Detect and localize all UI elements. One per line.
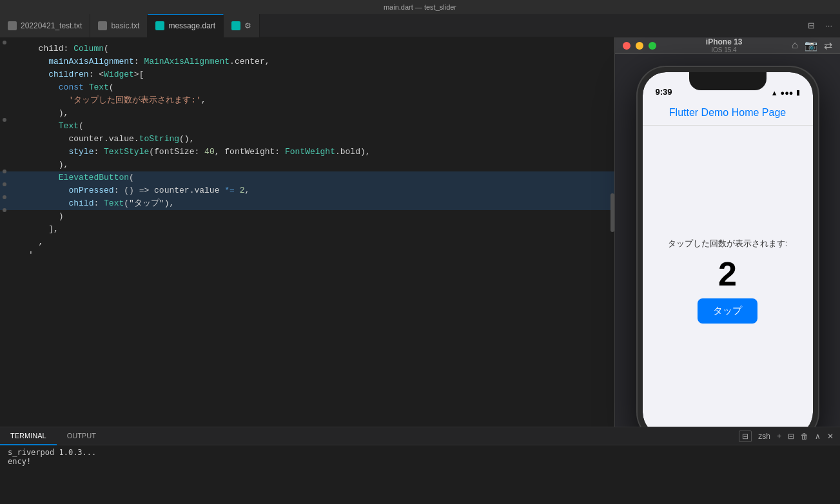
code-line: Text( [0,120,614,133]
minimize-traffic-light[interactable] [636,42,643,50]
dart-icon [231,21,240,30]
counter-value: 2 [718,257,737,291]
tab-bar: 20220421_test.txt basic.txt message.dart… [0,14,840,37]
code-text: ElevatedButton( [26,171,614,184]
code-text: 'タップした回数が表示されます:', [26,94,614,107]
tab-actions: ⊟ ··· [800,19,840,32]
tab-label: message.dart [168,21,215,30]
code-line-elevated: ElevatedButton( [0,171,614,184]
code-line: ), [0,107,614,120]
add-terminal-btn[interactable]: + [777,432,781,441]
tab-20220421[interactable]: 20220421_test.txt [0,14,90,37]
code-line: , [0,236,614,249]
code-text: ), [26,107,614,120]
code-text: Text( [26,120,614,133]
code-line: ), [0,159,614,171]
title-bar: main.dart — test_slider [0,0,840,14]
tab-label: ⚙ [244,21,251,30]
bottom-tabs: TERMINAL OUTPUT ⊟ zsh + ⊟ 🗑 ∧ ✕ [0,427,840,445]
code-text: style: TextStyle(fontSize: 40, fontWeigh… [26,146,614,159]
code-line: counter.value.toString(), [0,133,614,146]
terminal-content[interactable]: s_riverpod 1.0.3... ency! [0,445,840,504]
code-line: child: Column( [0,43,614,55]
code-text: counter.value.toString(), [26,133,614,146]
title-bar-text: main.dart — test_slider [384,3,456,11]
status-icons: ▲ ●●● ▮ [771,88,800,97]
split-terminal-btn[interactable]: ⊟ [788,432,794,441]
camera-icon[interactable]: 📷 [805,39,817,52]
terminal-shell-icon: ⊟ [739,431,752,442]
device-name: iPhone 13 [661,37,786,46]
code-line: ' [0,249,614,262]
counter-label: タップした回数が表示されます: [668,238,788,249]
code-line: 'タップした回数が表示されます:', [0,94,614,107]
simulator-body: 9:39 ▲ ●●● ▮ Flutter Demo Home Page タップし… [615,54,840,427]
app-content: タップした回数が表示されます: 2 タップ [643,126,813,427]
code-text: ), [26,159,614,171]
iphone-screen: 9:39 ▲ ●●● ▮ Flutter Demo Home Page タップし… [643,72,813,427]
terminal-line: ency! [8,457,832,466]
output-tab[interactable]: OUTPUT [57,427,106,445]
maximize-traffic-light[interactable] [649,42,656,50]
status-time: 9:39 [656,87,672,97]
code-text: children: <Widget>[ [26,68,614,81]
code-text: , [26,236,614,249]
txt-icon [8,21,17,30]
rotate-icon[interactable]: ⇄ [824,39,832,52]
code-line: ], [0,223,614,236]
tab-basic[interactable]: basic.txt [90,14,148,37]
terminal-tab[interactable]: TERMINAL [0,427,57,445]
shell-label: zsh [758,432,770,441]
main-area: child: Column( mainAxisAlignment: MainAx… [0,37,840,427]
up-terminal-btn[interactable]: ∧ [815,432,821,441]
code-text: ], [26,223,614,236]
device-info: iPhone 13 iOS 15.4 [661,37,786,53]
code-line: style: TextStyle(fontSize: 40, fontWeigh… [0,146,614,159]
tab-message[interactable]: message.dart [148,14,224,37]
code-text: onPressed: () => counter.value *= 2, [26,184,614,197]
code-text: mainAxisAlignment: MainAxisAlignment.cen… [26,55,614,68]
home-icon[interactable]: ⌂ [792,39,798,52]
code-line: ) [0,210,614,223]
wifi-icon: ▲ [771,89,778,97]
delete-terminal-btn[interactable]: 🗑 [801,432,808,441]
code-line-onpressed: onPressed: () => counter.value *= 2, [0,184,614,197]
app-header: Flutter Demo Home Page [643,101,813,126]
code-line: mainAxisAlignment: MainAxisAlignment.cen… [0,55,614,68]
terminal-line: s_riverpod 1.0.3... [8,448,832,457]
battery-icon: ▮ [796,88,800,97]
simulator-toolbar: iPhone 13 iOS 15.4 ⌂ 📷 ⇄ [615,37,840,54]
more-actions-btn[interactable]: ··· [823,19,835,32]
simulator-panel: iPhone 13 iOS 15.4 ⌂ 📷 ⇄ 9:39 ▲ ●●● [614,37,840,427]
tap-button[interactable]: タップ [698,298,757,324]
code-line: children: <Widget>[ [0,68,614,81]
code-text: child: Column( [26,43,614,55]
editor-area: child: Column( mainAxisAlignment: MainAx… [0,37,614,427]
close-traffic-light[interactable] [623,42,630,50]
code-line: const Text( [0,81,614,94]
device-os: iOS 15.4 [661,46,786,53]
tab-label: 20220421_test.txt [21,21,82,30]
code-text: ) [26,210,614,223]
signal-icon: ●●● [781,89,794,97]
code-text: child: Text("タップ"), [26,197,614,210]
code-line-child: child: Text("タップ"), [0,197,614,210]
code-text: ' [26,249,614,262]
tab-more[interactable]: ⚙ [224,14,260,37]
sim-toolbar-icons: ⌂ 📷 ⇄ [792,39,832,52]
bottom-panel: TERMINAL OUTPUT ⊟ zsh + ⊟ 🗑 ∧ ✕ s_riverp… [0,427,840,504]
iphone-notch [689,72,767,90]
scrollbar[interactable] [610,193,614,232]
app-title: Flutter Demo Home Page [649,107,806,119]
close-terminal-btn[interactable]: ✕ [827,432,834,441]
tab-label: basic.txt [111,21,139,30]
code-container[interactable]: child: Column( mainAxisAlignment: MainAx… [0,37,614,427]
split-editor-btn[interactable]: ⊟ [805,19,817,32]
dart-icon [155,21,164,30]
iphone-frame: 9:39 ▲ ●●● ▮ Flutter Demo Home Page タップし… [638,67,818,427]
txt-icon [98,21,107,30]
code-text: const Text( [26,81,614,94]
